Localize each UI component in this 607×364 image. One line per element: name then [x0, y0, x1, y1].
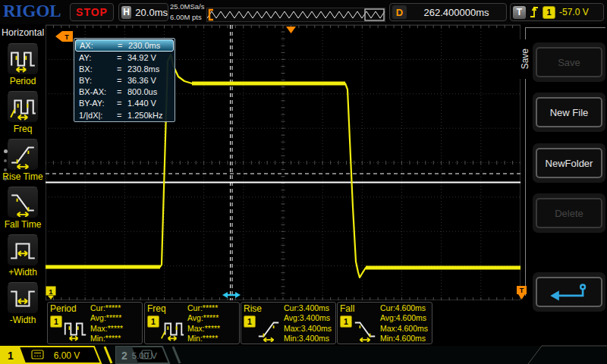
rigol-logo: RIGOL: [3, 2, 68, 23]
new-folder-button[interactable]: NewFolder: [536, 148, 602, 178]
fall-time-icon: [352, 316, 378, 342]
fall-time-icon: [7, 187, 39, 218]
cursor-row-by: BY: = 36.36 V: [74, 74, 175, 86]
channel1-status[interactable]: 1 6.00 V: [0, 346, 114, 364]
minus-width-icon: [7, 282, 39, 314]
measurement-cell-rise: Rise 1 Cur:3.400msAvg:3.400ms Max:3.400m…: [241, 302, 336, 344]
delete-button[interactable]: Delete: [536, 198, 602, 228]
measurement-cell-fall: Fall 1 Cur:4.600msAvg:4.600ms Max:4.600m…: [337, 302, 432, 344]
status-corner-divider: [522, 345, 607, 364]
cursor-row-by-ay: BY-AY: = 1.440 V: [74, 98, 175, 109]
menu-item-label: +Width: [0, 267, 46, 278]
preview-window-box: [365, 9, 384, 20]
svg-text:5.00 V: 5.00 V: [132, 351, 158, 360]
source-badge: 1: [147, 315, 159, 328]
channel1-level-marker[interactable]: 1: [46, 286, 56, 300]
menu-item-rise-time[interactable]: Rise Time: [0, 139, 46, 182]
svg-text:T: T: [520, 287, 524, 294]
delay-value: 262.400000ms: [407, 7, 506, 18]
menu-item-plus-width[interactable]: +Width: [0, 234, 46, 278]
trigger-badge: T: [513, 6, 526, 19]
new-file-button[interactable]: New File: [536, 97, 602, 127]
period-icon: [7, 43, 39, 75]
menu-item-fall-time[interactable]: Fall Time: [0, 187, 46, 230]
channel-status-bar: 1 6.00 V 2 5.00 V: [0, 346, 607, 364]
run-state-label: STOP: [76, 6, 108, 18]
enter-button[interactable]: [536, 277, 602, 307]
sample-rate: 25.0MSa/s: [170, 2, 208, 12]
cursor-row-ax: AX: = 230.0ms: [75, 39, 174, 52]
menu-item-label: Rise Time: [0, 171, 46, 182]
horizontal-measure-menu: Horizontal Period Freq Rise Time Fall Ti…: [0, 24, 46, 346]
source-badge: 1: [244, 315, 256, 328]
trigger-source-badge: 1: [543, 6, 555, 19]
menu-item-freq[interactable]: Freq: [0, 91, 46, 134]
memory-depth: 6.00M pts: [170, 12, 208, 23]
acquisition-info: 25.0MSa/s 6.00M pts: [170, 2, 208, 23]
menu-item-period[interactable]: Period: [0, 43, 46, 86]
channel2-status[interactable]: 2 5.00 V: [115, 346, 185, 364]
measurement-cell-period: Period 1 Cur:*****Avg:***** Max:*****Min…: [47, 302, 143, 344]
menu-item-label: Fall Time: [0, 219, 46, 230]
run-state-indicator: STOP: [70, 3, 114, 21]
cursor-row-bx: BX: = 230.8ms: [74, 63, 175, 74]
cursor-row-inv-dx: 1/|dX|: = 1.250kHz: [74, 109, 175, 121]
cursor-drag-handle[interactable]: [222, 290, 241, 300]
oscilloscope-screen: RIGOL STOP H 20.0ms 25.0MSa/s 6.00M pts …: [0, 0, 607, 364]
save-button[interactable]: Save: [536, 47, 602, 77]
top-status-bar: RIGOL STOP H 20.0ms 25.0MSa/s 6.00M pts …: [0, 0, 607, 25]
menu-item-label: Freq: [0, 124, 46, 134]
freq-icon: [7, 91, 39, 123]
svg-text:2: 2: [121, 350, 127, 362]
svg-text:6.00 V: 6.00 V: [54, 350, 80, 361]
period-icon: [62, 316, 88, 342]
delay-box: D 262.400000ms: [389, 3, 507, 21]
rise-time-icon: [7, 139, 39, 171]
return-arrow-icon: [545, 281, 593, 303]
trigger-level-clamp-marker: T: [516, 285, 528, 300]
cursor-readout-box: AX: = 230.0ms AY: = 34.92 V BX: = 230.8m…: [74, 38, 175, 122]
memory-waveform-preview: [206, 8, 385, 22]
delay-badge: D: [392, 5, 407, 19]
plus-width-icon: [7, 234, 39, 266]
timebase-box: H 20.0ms: [118, 3, 168, 21]
save-menu-panel: Save Save New File NewFolder Delete: [521, 24, 607, 300]
measurement-bar: Period 1 Cur:*****Avg:***** Max:*****Min…: [46, 301, 521, 346]
menu-item-minus-width[interactable]: -Width: [0, 282, 46, 325]
waveform-display: T AX: = 230.0ms AY: = 34.92 V BX: = 230.…: [46, 25, 521, 300]
svg-text:1: 1: [49, 287, 53, 296]
cursor-row-ay: AY: = 34.92 V: [74, 52, 175, 63]
svg-text:1: 1: [8, 350, 14, 362]
trigger-level-value: -57.0 V: [559, 7, 589, 17]
rise-time-icon: [256, 316, 281, 342]
horizontal-center-marker: [286, 27, 296, 33]
svg-text:T: T: [64, 33, 69, 41]
trigger-box: T 1 -57.0 V: [510, 3, 604, 21]
timebase-value: 20.0ms: [135, 7, 168, 18]
source-badge: 1: [340, 315, 352, 328]
horizontal-badge: H: [121, 6, 131, 19]
menu-tab-save: Save: [519, 39, 531, 79]
freq-icon: [159, 316, 185, 342]
cursor-row-bx-ax: BX-AX: = 800.0us: [74, 86, 175, 98]
measurement-cell-freq: Freq 1 Cur:*****Avg:***** Max:*****Min:*…: [144, 302, 240, 344]
menu-item-label: -Width: [0, 315, 46, 325]
trigger-offscreen-left-marker: T: [55, 31, 73, 42]
rising-edge-icon: [529, 5, 539, 19]
menu-item-label: Period: [0, 76, 46, 86]
menu-title: Horizontal: [2, 27, 44, 38]
source-badge: 1: [50, 315, 62, 328]
